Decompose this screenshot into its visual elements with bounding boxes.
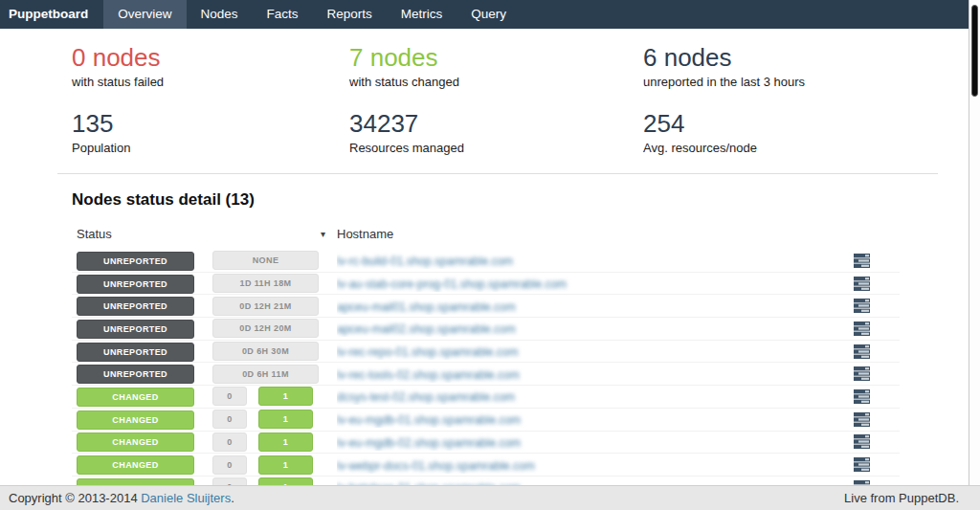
page-title: Nodes status detail (13) <box>72 190 900 210</box>
status-badge: UNREPORTED <box>77 297 194 316</box>
changed-count-badge: 1 <box>258 432 313 452</box>
stat-avg-resources-value: 254 <box>643 109 980 138</box>
hostname-cell: lv-eu-mgdb-01.shop.spamrable.com <box>337 410 854 428</box>
stat-changed-value: 7 nodes <box>349 43 643 72</box>
hostname-cell: apceu-mail02.shop.spamrable.com <box>337 320 854 337</box>
unreported-time-badge: 0D 6H 30M <box>212 342 319 361</box>
hostname-cell: lv-rc-build-01.shop.spamrable.com <box>337 252 854 269</box>
unreported-time-badge: 0D 6H 11M <box>212 365 319 384</box>
tasks-icon[interactable] <box>854 389 870 404</box>
tasks-icon[interactable] <box>854 299 870 313</box>
tasks-icon[interactable] <box>854 366 870 381</box>
live-status: Live from PuppetDB. <box>844 486 959 510</box>
status-cell: UNREPORTED <box>77 296 212 316</box>
hostname-cell: dcsys-test-02.shop.spamrable.com <box>337 388 854 405</box>
nodes-table-body: UNREPORTEDNONElv-rc-build-01.shop.spamra… <box>72 250 900 510</box>
tab-metrics[interactable]: Metrics <box>387 0 457 29</box>
status-badge: UNREPORTED <box>77 252 194 271</box>
table-header: Status ▾ Hostname <box>72 227 900 241</box>
status-detail-cell: 01 <box>212 432 337 452</box>
stat-failed-value: 0 nodes <box>72 43 349 72</box>
changed-count-badge: 1 <box>258 455 313 475</box>
stat-failed: 0 nodes with status failed <box>72 43 349 89</box>
report-icon-cell <box>854 277 900 291</box>
stat-changed-label: with status changed <box>349 75 643 89</box>
table-row: CHANGED01lv-webpr-docs-01.shop.spamrable… <box>72 454 900 477</box>
stat-unreported-value: 6 nodes <box>643 43 980 72</box>
tasks-icon[interactable] <box>854 277 870 291</box>
stat-population-label: Population <box>72 141 349 155</box>
hostname-link[interactable]: lv-rec-tools-02.shop.spamrable.com <box>337 368 520 382</box>
status-badge: UNREPORTED <box>77 343 194 362</box>
table-row: UNREPORTED0D 12H 20Mapceu-mail02.shop.sp… <box>72 318 900 341</box>
column-header-hostname[interactable]: Hostname <box>337 227 900 241</box>
report-icon-cell <box>854 299 900 313</box>
stat-changed: 7 nodes with status changed <box>349 43 643 89</box>
nodes-table: Status ▾ Hostname UNREPORTEDNONElv-rc-bu… <box>72 227 900 510</box>
status-badge: UNREPORTED <box>77 275 194 294</box>
stat-avg-resources: 254 Avg. resources/node <box>643 109 980 155</box>
hostname-link[interactable]: dcsys-test-02.shop.spamrable.com <box>337 390 515 404</box>
table-row: UNREPORTED0D 12H 21Mapceu-mail01.shop.sp… <box>72 295 900 318</box>
status-badge: CHANGED <box>77 410 194 430</box>
hostname-cell: lv-webpr-docs-01.shop.spamrable.com <box>337 456 854 474</box>
status-cell: CHANGED <box>77 432 212 452</box>
status-cell: CHANGED <box>77 387 212 407</box>
failed-count-badge: 0 <box>212 387 247 406</box>
hostname-link[interactable]: lv-au-stab-core-prog-01.shop.spamrable.c… <box>337 277 567 291</box>
tab-query[interactable]: Query <box>457 0 521 29</box>
table-row: UNREPORTEDNONElv-rc-build-01.shop.spamra… <box>72 250 900 273</box>
hostname-cell: lv-rec-tools-02.shop.spamrable.com <box>337 366 854 383</box>
tasks-icon[interactable] <box>854 254 870 268</box>
column-header-status[interactable]: Status ▾ <box>77 227 337 241</box>
status-detail-cell: 1D 11H 18M <box>212 274 337 293</box>
hostname-link[interactable]: lv-rec-repo-01.shop.spamrable.com <box>337 345 518 359</box>
report-icon-cell <box>854 366 900 381</box>
report-icon-cell <box>854 254 900 268</box>
scrollbar-thumb[interactable] <box>971 5 978 97</box>
failed-count-badge: 0 <box>212 455 247 475</box>
unreported-time-badge: 0D 12H 21M <box>212 297 319 316</box>
tab-nodes[interactable]: Nodes <box>187 0 253 29</box>
status-detail-cell: 01 <box>212 410 337 429</box>
tasks-icon[interactable] <box>854 412 870 427</box>
stat-unreported-label: unreported in the last 3 hours <box>643 75 980 89</box>
tasks-icon[interactable] <box>854 344 870 359</box>
unreported-time-badge: 0D 12H 20M <box>212 319 319 338</box>
status-cell: UNREPORTED <box>77 319 212 339</box>
report-icon-cell <box>854 457 900 472</box>
author-link[interactable]: Daniele Sluijters <box>141 491 231 505</box>
failed-count-badge: 0 <box>212 410 247 429</box>
report-icon-cell <box>854 389 900 404</box>
status-cell: CHANGED <box>77 410 212 430</box>
status-detail-cell: 0D 6H 30M <box>212 342 337 361</box>
tab-overview[interactable]: Overview <box>103 0 186 29</box>
chevron-down-icon[interactable]: ▾ <box>321 229 325 239</box>
tasks-icon[interactable] <box>854 457 870 472</box>
stat-population-value: 135 <box>72 109 349 138</box>
stats-grid: 0 nodes with status failed 7 nodes with … <box>72 43 980 155</box>
status-badge: CHANGED <box>77 388 194 407</box>
status-detail-cell: 01 <box>212 455 337 475</box>
copyright-text: Copyright © 2013-2014 <box>9 491 141 505</box>
status-detail-cell: 0D 6H 11M <box>212 365 337 384</box>
hostname-link[interactable]: lv-webpr-docs-01.shop.spamrable.com <box>337 459 535 473</box>
hostname-link[interactable]: lv-eu-mgdb-02.shop.spamrable.com <box>337 436 521 450</box>
tab-facts[interactable]: Facts <box>253 0 313 29</box>
hostname-link[interactable]: lv-eu-mgdb-01.shop.spamrable.com <box>337 413 521 427</box>
hostname-link[interactable]: apceu-mail02.shop.spamrable.com <box>337 322 516 336</box>
status-cell: UNREPORTED <box>77 251 212 271</box>
report-icon-cell <box>854 412 900 427</box>
copyright-period: . <box>231 491 234 505</box>
scrollbar[interactable] <box>969 0 980 485</box>
navbar-brand[interactable]: Puppetboard <box>0 0 103 29</box>
status-badge: CHANGED <box>77 455 194 475</box>
hostname-link[interactable]: lv-rc-build-01.shop.spamrable.com <box>337 255 513 268</box>
tab-reports[interactable]: Reports <box>313 0 387 29</box>
tasks-icon[interactable] <box>854 322 870 336</box>
table-row: CHANGED01lv-eu-mgdb-01.shop.spamrable.co… <box>72 409 900 432</box>
hostname-link[interactable]: apceu-mail01.shop.spamrable.com <box>337 300 516 314</box>
changed-count-badge: 1 <box>258 410 313 429</box>
stat-resources-value: 34237 <box>349 109 643 138</box>
tasks-icon[interactable] <box>854 434 870 449</box>
